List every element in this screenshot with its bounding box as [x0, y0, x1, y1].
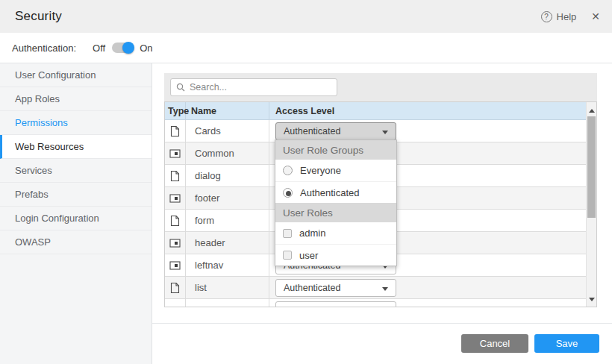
- table-row-partial: [165, 299, 587, 307]
- scroll-up-icon[interactable]: [587, 106, 597, 115]
- authentication-bar: Authentication: Off On: [0, 33, 612, 63]
- sidebar-item-label: Prefabs: [15, 189, 49, 200]
- main-content: Type Name Access Level Cards Authenticat…: [152, 63, 612, 364]
- search-icon: [176, 83, 185, 92]
- checkbox-icon: [283, 229, 292, 238]
- widget-icon: [169, 239, 181, 248]
- footer-divider: [152, 323, 612, 324]
- sidebar-item-web-resources[interactable]: Web Resources: [0, 135, 152, 159]
- resource-name: Common: [186, 142, 269, 164]
- resource-name: footer: [186, 187, 269, 209]
- sidebar-item-owasp[interactable]: OWASP: [0, 230, 152, 254]
- dropdown-option-user[interactable]: user: [275, 244, 396, 266]
- save-button[interactable]: Save: [534, 334, 599, 353]
- sidebar-item-permissions[interactable]: Permissions: [0, 111, 152, 135]
- caret-down-icon: [382, 131, 388, 134]
- column-header-type: Type: [165, 102, 186, 119]
- access-level-select[interactable]: Authenticated: [275, 122, 396, 140]
- help-button[interactable]: ? Help: [541, 11, 577, 22]
- help-label: Help: [557, 11, 577, 22]
- select-value: Authenticated: [284, 126, 340, 136]
- titlebar: Security ? Help ✕: [0, 0, 612, 33]
- resource-name: header: [186, 232, 269, 254]
- sidebar-item-label: Login Configuration: [15, 213, 99, 224]
- toggle-knob: [122, 42, 134, 54]
- caret-down-icon: [382, 287, 388, 291]
- sidebar-item-user-configuration[interactable]: User Configuration: [0, 63, 152, 87]
- resource-name: [186, 299, 269, 307]
- page-icon: [170, 125, 180, 137]
- column-header-access-level: Access Level: [269, 102, 587, 119]
- page-title: Security: [15, 9, 62, 24]
- page-icon: [170, 215, 180, 227]
- resource-name: dialog: [186, 165, 269, 186]
- sidebar-item-label: User Configuration: [15, 69, 96, 81]
- widget-icon: [169, 261, 181, 270]
- resource-name: form: [186, 210, 269, 231]
- option-label: Authenticated: [300, 187, 360, 198]
- sidebar-item-services[interactable]: Services: [0, 159, 152, 183]
- table-row: list Authenticated: [165, 277, 587, 299]
- sidebar-item-label: App Roles: [15, 93, 60, 104]
- widget-icon: [169, 194, 181, 203]
- search-toolbar: [164, 73, 597, 101]
- resource-name: list: [186, 277, 269, 298]
- resource-name: leftnav: [186, 254, 269, 276]
- sidebar-item-app-roles[interactable]: App Roles: [0, 87, 152, 111]
- dropdown-group-header: User Role Groups: [275, 140, 396, 160]
- sidebar-item-label: Permissions: [15, 117, 68, 128]
- access-level-dropdown: User Role Groups Everyone Authenticated …: [275, 139, 397, 266]
- sidebar-item-label: OWASP: [15, 236, 51, 248]
- sidebar-item-label: Web Resources: [15, 141, 84, 152]
- toggle-off-label: Off: [93, 43, 105, 54]
- page-icon: [170, 282, 180, 294]
- select-value: Authenticated: [284, 283, 340, 293]
- search-box[interactable]: [170, 78, 337, 96]
- dropdown-group-header: User Roles: [275, 203, 396, 222]
- authentication-toggle[interactable]: [112, 43, 133, 53]
- access-level-select[interactable]: Authenticated: [275, 279, 396, 297]
- dropdown-option-authenticated[interactable]: Authenticated: [275, 181, 396, 203]
- sidebar-item-prefabs[interactable]: Prefabs: [0, 183, 152, 207]
- search-input[interactable]: [190, 82, 337, 92]
- dropdown-option-everyone[interactable]: Everyone: [275, 160, 396, 181]
- radio-icon: [283, 166, 293, 175]
- toggle-on-label: On: [140, 43, 152, 54]
- table-header-row: Type Name Access Level: [165, 102, 587, 120]
- sidebar-item-label: Services: [15, 165, 52, 176]
- close-icon[interactable]: ✕: [591, 11, 600, 22]
- radio-checked-icon: [283, 188, 293, 198]
- help-icon: ?: [541, 11, 552, 22]
- table-scrollbar[interactable]: [586, 102, 596, 307]
- column-header-name: Name: [186, 102, 269, 119]
- scrollbar-thumb[interactable]: [587, 116, 596, 218]
- checkbox-icon: [283, 251, 292, 260]
- cancel-button[interactable]: Cancel: [461, 334, 528, 353]
- option-label: user: [299, 250, 318, 261]
- widget-icon: [169, 149, 181, 158]
- authentication-label: Authentication:: [12, 43, 76, 54]
- access-level-select[interactable]: [275, 301, 396, 308]
- sidebar: User Configuration App Roles Permissions…: [0, 63, 152, 364]
- option-label: admin: [299, 228, 325, 239]
- resource-name: Cards: [186, 120, 269, 142]
- sidebar-item-login-configuration[interactable]: Login Configuration: [0, 207, 152, 230]
- scroll-down-icon[interactable]: [587, 295, 597, 304]
- dropdown-option-admin[interactable]: admin: [275, 222, 396, 244]
- page-icon: [170, 170, 180, 182]
- option-label: Everyone: [300, 165, 341, 176]
